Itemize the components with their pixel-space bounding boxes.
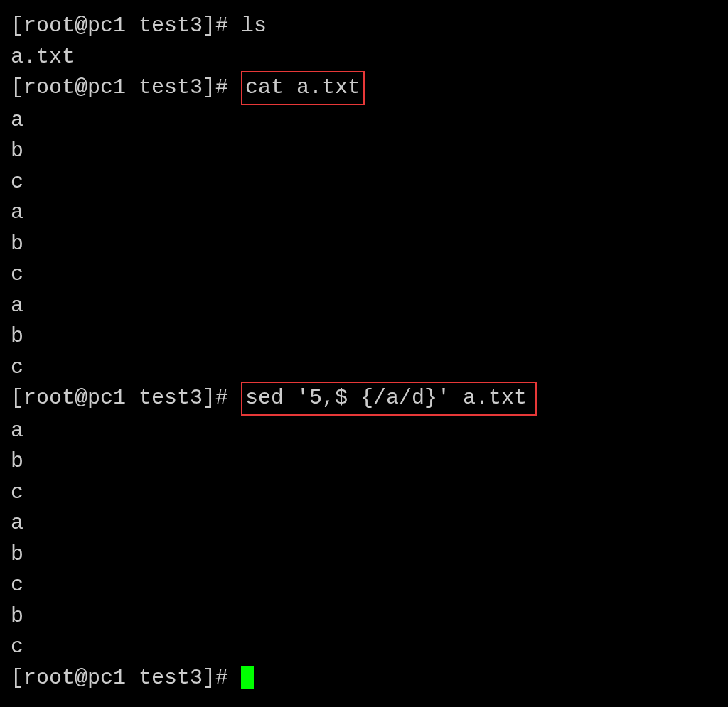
shell-command: sed '5,$ {/a/d}' a.txt: [241, 382, 537, 416]
terminal-line: b: [11, 446, 724, 477]
cursor-icon: [241, 666, 254, 689]
output-text: b: [11, 542, 23, 566]
output-text: a.txt: [11, 45, 75, 69]
terminal-line: b: [11, 229, 724, 260]
terminal-line: [root@pc1 test3]# sed '5,$ {/a/d}' a.txt: [11, 383, 724, 416]
terminal-line: c: [11, 477, 724, 509]
output-text: a: [11, 200, 23, 225]
shell-prompt: [root@pc1 test3]#: [11, 14, 241, 38]
terminal-line: a: [11, 198, 724, 229]
shell-prompt: [root@pc1 test3]#: [11, 75, 241, 99]
terminal-line: b: [11, 539, 724, 571]
output-text: c: [11, 573, 23, 597]
terminal-line: b: [11, 321, 724, 352]
terminal-line: c: [11, 167, 724, 198]
output-text: a: [11, 419, 23, 443]
terminal-line: a: [11, 416, 724, 447]
shell-prompt: [root@pc1 test3]#: [11, 386, 241, 410]
terminal-line: [root@pc1 test3]# cat a.txt: [11, 72, 724, 105]
output-text: c: [11, 480, 23, 504]
terminal-line: c: [11, 570, 724, 601]
terminal-line: a: [11, 508, 724, 539]
output-text: c: [11, 170, 23, 194]
shell-prompt: [root@pc1 test3]#: [11, 666, 241, 690]
output-text: c: [11, 355, 23, 379]
output-text: b: [11, 604, 23, 628]
terminal-line: b: [11, 136, 724, 167]
terminal-line: [root@pc1 test3]# ls: [11, 11, 724, 42]
output-text: a: [11, 293, 23, 318]
output-text: a: [11, 108, 23, 132]
output-text: a: [11, 511, 23, 535]
terminal-line: c: [11, 352, 724, 384]
terminal-line: [root@pc1 test3]#: [11, 663, 724, 694]
output-text: b: [11, 449, 23, 473]
shell-command: cat a.txt: [241, 71, 365, 105]
output-text: b: [11, 232, 23, 256]
output-text: c: [11, 635, 23, 659]
terminal-output[interactable]: [root@pc1 test3]# lsa.txt[root@pc1 test3…: [11, 11, 724, 693]
terminal-line: c: [11, 632, 724, 663]
output-text: b: [11, 139, 23, 163]
output-text: c: [11, 262, 23, 286]
terminal-line: b: [11, 601, 724, 632]
terminal-line: a: [11, 105, 724, 136]
shell-command: ls: [241, 14, 267, 38]
terminal-line: c: [11, 259, 724, 291]
terminal-line: a: [11, 291, 724, 322]
output-text: b: [11, 324, 23, 348]
terminal-line: a.txt: [11, 42, 724, 73]
